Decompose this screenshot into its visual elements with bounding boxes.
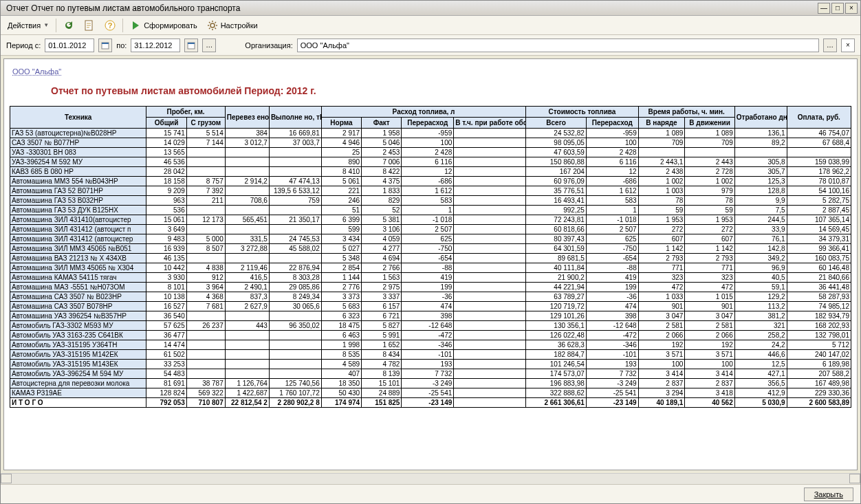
- table-row[interactable]: Автомашина ЗИЛ ММЗ 45065 № Х30410 4424 8…: [10, 263, 851, 273]
- cell: 45 588,02: [269, 244, 321, 254]
- cell: 2 917: [321, 129, 361, 138]
- cell: 9,9: [734, 196, 787, 206]
- table-row[interactable]: Автомобиль УАЗ-315195 М142ЕК61 5028 5358…: [10, 350, 851, 360]
- minimize-button[interactable]: —: [818, 3, 830, 14]
- table-row[interactable]: КАВЗ 685 В 080 НР28 0428 4108 42212167 2…: [10, 167, 851, 177]
- table-row[interactable]: Автомашина ВАЗ 21213 № Х 434ХВ46 1355 34…: [10, 254, 851, 263]
- tool-button[interactable]: [81, 19, 98, 32]
- cell: [225, 157, 269, 167]
- cell: [454, 148, 526, 157]
- cell: 258,2: [734, 331, 787, 340]
- date-from-input[interactable]: [45, 39, 94, 52]
- horizontal-scrollbar[interactable]: [1, 473, 860, 484]
- table-row[interactable]: Автомашина КАМАЗ 54115 тягач3 930912416,…: [10, 273, 851, 283]
- scroll-right-button[interactable]: [849, 474, 860, 483]
- cell: 14 029: [146, 138, 186, 148]
- svg-text:?: ?: [108, 21, 113, 30]
- settings-button[interactable]: Настройки: [204, 19, 261, 32]
- cell: 15 741: [146, 129, 186, 138]
- cell: 14 569,45: [787, 225, 851, 234]
- cell: -101: [402, 350, 454, 360]
- col-done: Выполне но, тКм: [269, 107, 321, 129]
- table-row[interactable]: УАЗ-396254 М 592 МУ46 5368907 0066 11615…: [10, 157, 851, 167]
- cell: [269, 167, 321, 177]
- table-row[interactable]: САЗ 3507 № В077НР14 0297 1443 012,737 00…: [10, 138, 851, 148]
- param-bar: Период с: по: … Организация: … ×: [1, 35, 860, 56]
- scroll-left-button[interactable]: [1, 474, 12, 483]
- cell: 16 939: [146, 244, 186, 254]
- table-row[interactable]: Автомобиль ГАЗ-3302 М593 МУ57 62526 2374…: [10, 321, 851, 331]
- table-row[interactable]: КАМАЗ Р319АЕ128 824569 3221 422,6871 760…: [10, 388, 851, 398]
- date-to-input[interactable]: [131, 39, 180, 52]
- cell: 126 022,48: [526, 331, 587, 340]
- table-row[interactable]: Автомашина МАЗ -5551 №Н073ОМ8 1013 9642 …: [10, 283, 851, 292]
- org-link[interactable]: ООО "Альфа": [12, 67, 61, 76]
- cell: 5 514: [186, 129, 225, 138]
- cell: 607: [685, 234, 734, 244]
- close-button[interactable]: Закрыть: [804, 487, 853, 501]
- cell: 1 612: [402, 186, 454, 196]
- table-row[interactable]: Автомобиль УАЗ-315195 М143ЕК33 2534 5894…: [10, 360, 851, 369]
- cell: 2 490,1: [225, 283, 269, 292]
- table-row[interactable]: Автомашина ММЗ 554 №В043НР18 1588 7572 9…: [10, 177, 851, 186]
- cell: [638, 148, 685, 157]
- cell: 890: [321, 157, 361, 167]
- table-row[interactable]: Автомашина ГАЗ 53 ДУК В125НХ53651521992,…: [10, 206, 851, 215]
- cell: 151 825: [362, 398, 402, 408]
- row-name: Автомашина МАЗ -5551 №Н073ОМ: [10, 283, 146, 292]
- cell: 150 860,88: [526, 157, 587, 167]
- cell: 8 249,34: [269, 292, 321, 302]
- table-row[interactable]: Автоцистерна для перевозки молока81 6913…: [10, 379, 851, 388]
- table-row[interactable]: УАЗ -330301 ВН 08313 565252 4532 42847 6…: [10, 148, 851, 157]
- row-name: Автомобиль ГАЗ-3302 М593 МУ: [10, 321, 146, 331]
- org-input[interactable]: [297, 39, 819, 52]
- table-row[interactable]: Автомашина САЗ 3507 В078НР16 5277 6812 6…: [10, 302, 851, 311]
- cell: 7 144: [186, 138, 225, 148]
- cell: 18 475: [321, 321, 361, 331]
- cell: [186, 254, 225, 263]
- help-button[interactable]: ?: [102, 19, 118, 32]
- table-row[interactable]: ГАЗ 53 (автоцистерна)№В028НР15 7415 5143…: [10, 129, 851, 138]
- cell: -346: [586, 340, 638, 350]
- cell: -23 149: [402, 398, 454, 408]
- table-row[interactable]: Автомашина ЗИЛ 431410(автоцистер15 06112…: [10, 215, 851, 225]
- table-row[interactable]: Автомашина ГАЗ 53 В032НР963211708,675924…: [10, 196, 851, 206]
- cell: 2 581: [638, 321, 685, 331]
- org-select-button[interactable]: …: [823, 39, 837, 52]
- cell: 3 964: [186, 283, 225, 292]
- refresh-button[interactable]: [61, 19, 77, 32]
- table-row[interactable]: Автомобиль УАЗ-315195 У364ТН14 4741 9981…: [10, 340, 851, 350]
- titlebar: Отчет Отчет по путевым листам автомобиль…: [1, 1, 860, 16]
- cell: 159 038,99: [787, 157, 851, 167]
- table-row[interactable]: Автомашина ЗИЛ 431412 (автоцист п3 64959…: [10, 225, 851, 234]
- actions-menu[interactable]: Действия ▼: [5, 20, 52, 31]
- cell: 6 399: [321, 215, 361, 225]
- cell: 829: [362, 196, 402, 206]
- table-row[interactable]: Автомашина ГАЗ 52 В071НР9 2097 392139,5 …: [10, 186, 851, 196]
- maximize-button[interactable]: □: [831, 3, 844, 14]
- cell: [269, 157, 321, 167]
- table-row[interactable]: Автомобиль УАЗ-396254 М 594 МУ54 4834078…: [10, 369, 851, 379]
- row-name: Автомашина ГАЗ 53 В032НР: [10, 196, 146, 206]
- calendar-from-button[interactable]: [98, 39, 112, 52]
- cell: 8 410: [321, 167, 361, 177]
- close-window-button[interactable]: ×: [845, 3, 858, 14]
- table-row[interactable]: Автомашина ЗИЛ 431412 (автоцистер9 4835 …: [10, 234, 851, 244]
- cell: 80 397,43: [526, 234, 587, 244]
- table-row[interactable]: Автомобиль УАЗ 3163-235 С641ВК36 4776 46…: [10, 331, 851, 340]
- row-name: Автомашина САЗ 3507 № В023НР: [10, 292, 146, 302]
- table-row[interactable]: Автомашина САЗ 3507 № В023НР10 1384 3688…: [10, 292, 851, 302]
- cell: 963: [146, 196, 186, 206]
- table-row[interactable]: Автомашина УАЗ 396254 №В357НР36 5406 323…: [10, 311, 851, 321]
- cell: 78: [638, 196, 685, 206]
- calendar-to-button[interactable]: [184, 39, 198, 52]
- form-button[interactable]: Сформировать: [127, 19, 200, 32]
- cell: 472: [685, 283, 734, 292]
- table-row[interactable]: Автомашина ЗИЛ ММЗ 45065 №В05116 9398 50…: [10, 244, 851, 254]
- table-total-row[interactable]: И Т О Г О792 053710 80722 812,54 22 280 …: [10, 398, 851, 408]
- cell: 2 661 306,61: [526, 398, 587, 408]
- period-picker-button[interactable]: …: [202, 39, 216, 52]
- report-area[interactable]: ООО "Альфа" Отчет по путевым листам авто…: [3, 58, 858, 470]
- org-clear-button[interactable]: ×: [841, 39, 855, 52]
- cell: 8 507: [186, 244, 225, 254]
